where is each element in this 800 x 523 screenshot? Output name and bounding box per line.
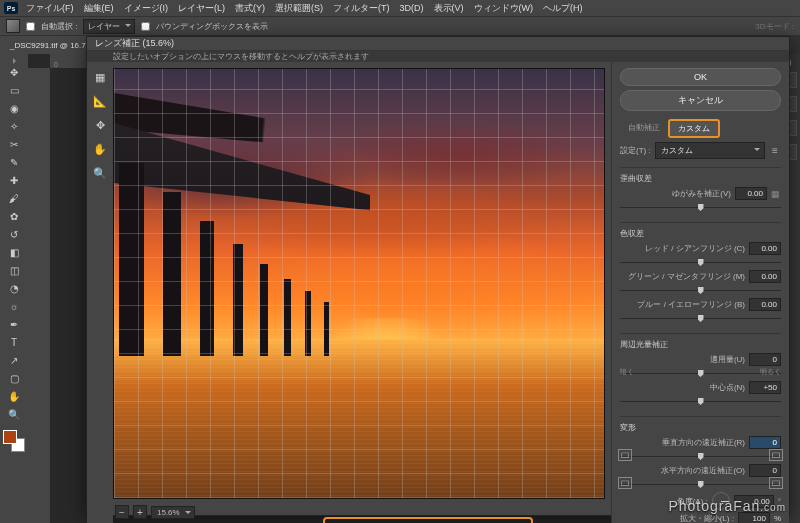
shape-tool-icon[interactable]: ▢ [4, 370, 24, 386]
menu-help[interactable]: ヘルプ(H) [539, 1, 587, 16]
cancel-button[interactable]: キャンセル [620, 90, 781, 111]
watermark: PhotograFan.com [668, 498, 786, 515]
vertical-perspective-label: 垂直方向の遠近補正(R) [620, 437, 745, 448]
blue-yellow-field[interactable]: 0.00 [749, 298, 781, 311]
collapse-icon[interactable] [3, 58, 25, 62]
perspective-icon [769, 449, 783, 461]
crop-tool-icon[interactable]: ✂ [4, 136, 24, 152]
ok-button[interactable]: OK [620, 68, 781, 86]
menu-layer[interactable]: レイヤー(L) [174, 1, 229, 16]
auto-select-label: 自動選択 : [41, 21, 77, 32]
horizontal-perspective-field[interactable]: 0 [749, 464, 781, 477]
menu-3d[interactable]: 3D(D) [396, 2, 428, 14]
settings-menu-icon[interactable]: ≡ [769, 145, 781, 156]
tab-custom[interactable]: カスタム [668, 119, 720, 138]
auto-select-checkbox[interactable] [26, 22, 35, 31]
bbox-checkbox[interactable] [141, 22, 150, 31]
ruler-mark: 0 [54, 61, 58, 68]
red-cyan-slider[interactable] [620, 257, 781, 267]
settings-label: 設定(T) : [620, 145, 651, 156]
menu-type[interactable]: 書式(Y) [231, 1, 269, 16]
blue-yellow-label: ブルー / イエローフリンジ (B) [620, 299, 745, 310]
vignette-amount-slider[interactable]: 暗く明るく [620, 368, 781, 378]
menu-select[interactable]: 選択範囲(S) [271, 1, 327, 16]
vignette-dark-label: 暗く [620, 367, 634, 377]
zoom-tool-icon[interactable]: 🔍 [91, 164, 109, 182]
dialog-tools: ▦ 📐 ✥ ✋ 🔍 [87, 62, 113, 523]
fg-color-swatch[interactable] [3, 430, 17, 444]
red-cyan-field[interactable]: 0.00 [749, 242, 781, 255]
heal-tool-icon[interactable]: ✚ [4, 172, 24, 188]
vignette-amount-field[interactable]: 0 [749, 353, 781, 366]
vignette-midpoint-field[interactable]: +50 [749, 381, 781, 394]
vignette-midpoint-slider[interactable] [620, 396, 781, 406]
grid-overlay [114, 69, 604, 498]
perspective-icon [769, 477, 783, 489]
menu-edit[interactable]: 編集(E) [80, 1, 118, 16]
section-transform: 変形 [620, 422, 781, 433]
brush-tool-icon[interactable]: 🖌 [4, 190, 24, 206]
tool-preset-icon[interactable] [6, 19, 20, 33]
zoom-out-button[interactable]: − [115, 505, 129, 519]
history-brush-tool-icon[interactable]: ↺ [4, 226, 24, 242]
color-swatches[interactable] [3, 430, 25, 452]
options-bar: 自動選択 : レイヤー バウンディングボックスを表示 3Dモード : [0, 16, 800, 36]
vignette-light-label: 明るく [760, 367, 781, 377]
vignette-amount-label: 適用量(U) [620, 354, 745, 365]
tools-panel: ✥ ▭ ◉ ✧ ✂ ✎ ✚ 🖌 ✿ ↺ ◧ ◫ ◔ ☼ ✒ T ↗ ▢ ✋ 🔍 [0, 54, 28, 523]
path-tool-icon[interactable]: ↗ [4, 352, 24, 368]
move-grid-tool-icon[interactable]: ✥ [91, 116, 109, 134]
settings-panel: OK キャンセル 自動補正 カスタム 設定(T) : カスタム ≡ 歪曲収差 ゆ… [611, 62, 789, 523]
section-vignette: 周辺光量補正 [620, 339, 781, 350]
vertical-perspective-field[interactable]: 0 [749, 436, 781, 449]
vertical-ruler [28, 68, 50, 523]
menu-filter[interactable]: フィルター(T) [329, 1, 394, 16]
hand-tool-icon[interactable]: ✋ [91, 140, 109, 158]
wand-tool-icon[interactable]: ✧ [4, 118, 24, 134]
straighten-tool-icon[interactable]: 📐 [91, 92, 109, 110]
green-magenta-field[interactable]: 0.00 [749, 270, 781, 283]
percent-label: % [774, 514, 781, 523]
green-magenta-label: グリーン / マゼンタフリンジ (M) [620, 271, 745, 282]
remove-distortion-slider[interactable] [620, 202, 781, 212]
menu-image[interactable]: イメージ(I) [120, 1, 173, 16]
lasso-tool-icon[interactable]: ◉ [4, 100, 24, 116]
red-cyan-label: レッド / シアンフリンジ (C) [620, 243, 745, 254]
blue-yellow-slider[interactable] [620, 313, 781, 323]
auto-select-dropdown[interactable]: レイヤー [83, 19, 135, 34]
grid-icon[interactable]: ▦ [771, 189, 781, 199]
bbox-label: バウンディングボックスを表示 [156, 21, 268, 32]
vertical-perspective-slider[interactable] [620, 451, 781, 461]
menu-window[interactable]: ウィンドウ(W) [470, 1, 538, 16]
blur-tool-icon[interactable]: ◔ [4, 280, 24, 296]
preview-image[interactable] [113, 68, 605, 499]
tab-auto-correction[interactable]: 自動補正 [620, 119, 668, 138]
zoom-in-button[interactable]: + [133, 505, 147, 519]
stamp-tool-icon[interactable]: ✿ [4, 208, 24, 224]
document-tab-label: _DSC9291.tif @ 16.7... [10, 41, 92, 50]
menu-view[interactable]: 表示(V) [430, 1, 468, 16]
menu-bar: Ps ファイル(F) 編集(E) イメージ(I) レイヤー(L) 書式(Y) 選… [0, 0, 800, 16]
perspective-icon [618, 477, 632, 489]
gradient-tool-icon[interactable]: ◫ [4, 262, 24, 278]
remove-distortion-field[interactable]: 0.00 [735, 187, 767, 200]
mode-3d-label: 3Dモード : [755, 21, 794, 32]
hand-tool-icon[interactable]: ✋ [4, 388, 24, 404]
horizontal-perspective-slider[interactable] [620, 479, 781, 489]
dodge-tool-icon[interactable]: ☼ [4, 298, 24, 314]
dialog-title: レンズ補正 (15.6%) [87, 37, 789, 51]
vignette-midpoint-label: 中心点(N) [620, 382, 745, 393]
dialog-hint: 設定したいオプションの上にマウスを移動するとヘルプが表示されます [87, 51, 789, 62]
type-tool-icon[interactable]: T [4, 334, 24, 350]
menu-file[interactable]: ファイル(F) [22, 1, 78, 16]
green-magenta-slider[interactable] [620, 285, 781, 295]
zoom-tool-icon[interactable]: 🔍 [4, 406, 24, 422]
move-tool-icon[interactable]: ✥ [4, 64, 24, 80]
eyedropper-tool-icon[interactable]: ✎ [4, 154, 24, 170]
eraser-tool-icon[interactable]: ◧ [4, 244, 24, 260]
zoom-level-dropdown[interactable]: 15.6% [151, 506, 195, 519]
settings-dropdown[interactable]: カスタム [655, 142, 765, 159]
remove-distortion-tool-icon[interactable]: ▦ [91, 68, 109, 86]
marquee-tool-icon[interactable]: ▭ [4, 82, 24, 98]
pen-tool-icon[interactable]: ✒ [4, 316, 24, 332]
